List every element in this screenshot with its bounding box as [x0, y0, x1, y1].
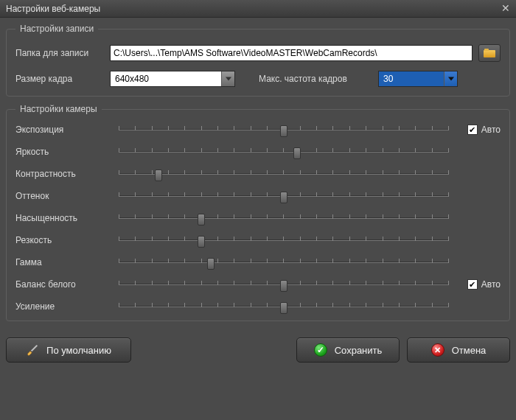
slider-row: Баланс белого✔Авто	[15, 279, 501, 290]
cancel-button[interactable]: ✕ Отмена	[407, 337, 510, 363]
auto-box: ✔Авто	[449, 279, 501, 290]
slider[interactable]	[119, 147, 449, 157]
slider-row: Яркость	[15, 147, 501, 157]
frame-size-value: 640x480	[111, 71, 221, 86]
auto-checkbox[interactable]: ✔	[467, 125, 478, 135]
slider[interactable]	[119, 257, 449, 267]
slider-label: Экспозиция	[15, 125, 119, 135]
frame-size-select[interactable]: 640x480	[110, 71, 235, 87]
chevron-down-icon	[221, 71, 234, 86]
save-button[interactable]: ✓ Сохранить	[296, 337, 400, 363]
slider-row: Экспозиция✔Авто	[15, 125, 501, 135]
browse-button[interactable]	[478, 44, 501, 62]
auto-label: Авто	[481, 279, 501, 290]
slider[interactable]	[119, 279, 449, 290]
defaults-button[interactable]: По умолчанию	[6, 337, 131, 363]
slider-label: Яркость	[15, 147, 119, 157]
slider[interactable]	[119, 235, 449, 245]
folder-label: Папка для записи	[15, 48, 110, 58]
recording-legend: Настройки записи	[15, 24, 98, 34]
slider-thumb[interactable]	[293, 147, 301, 159]
recording-settings-group: Настройки записи Папка для записи Размер…	[6, 24, 510, 97]
close-icon[interactable]: ✕	[500, 3, 512, 15]
window-title: Настройки веб-камеры	[6, 4, 100, 14]
frame-size-label: Размер кадра	[15, 74, 110, 84]
slider-label: Усиление	[15, 301, 119, 312]
slider-label: Контрастность	[15, 169, 119, 179]
slider[interactable]	[119, 125, 449, 135]
camera-settings-group: Настройки камеры Экспозиция✔АвтоЯркостьК…	[6, 104, 510, 321]
slider-label: Оттенок	[15, 191, 119, 201]
check-circle-icon: ✓	[314, 343, 327, 357]
slider-row: Контрастность	[15, 169, 501, 179]
slider-row: Усиление	[15, 301, 501, 312]
slider-thumb[interactable]	[198, 236, 205, 248]
slider-thumb[interactable]	[280, 302, 287, 314]
titlebar: Настройки веб-камеры ✕	[0, 0, 516, 18]
chevron-down-icon	[444, 71, 457, 86]
slider-row: Гамма	[15, 257, 501, 267]
slider[interactable]	[119, 191, 449, 201]
slider-label: Баланс белого	[15, 279, 119, 290]
slider-label: Насыщенность	[15, 213, 119, 223]
camera-legend: Настройки камеры	[15, 104, 102, 114]
auto-checkbox[interactable]: ✔	[467, 279, 478, 290]
slider-thumb[interactable]	[280, 280, 287, 292]
slider-thumb[interactable]	[207, 258, 215, 270]
folder-input[interactable]	[110, 45, 473, 61]
brush-icon	[26, 343, 39, 357]
auto-label: Авто	[481, 125, 501, 135]
slider-thumb[interactable]	[280, 125, 287, 137]
slider[interactable]	[119, 169, 449, 179]
slider-row: Насыщенность	[15, 213, 501, 223]
fps-value: 30	[379, 71, 444, 86]
slider[interactable]	[119, 301, 449, 312]
folder-icon	[484, 49, 495, 57]
slider[interactable]	[119, 213, 449, 223]
save-label: Сохранить	[335, 345, 383, 356]
defaults-label: По умолчанию	[46, 345, 111, 356]
x-circle-icon: ✕	[431, 343, 444, 357]
slider-thumb[interactable]	[280, 192, 287, 203]
cancel-label: Отмена	[452, 345, 487, 356]
fps-label: Макс. частота кадров	[259, 74, 378, 84]
auto-box: ✔Авто	[449, 125, 501, 135]
fps-select[interactable]: 30	[378, 71, 458, 87]
slider-row: Оттенок	[15, 191, 501, 201]
slider-label: Гамма	[15, 257, 119, 267]
slider-label: Резкость	[15, 235, 119, 245]
slider-thumb[interactable]	[198, 214, 205, 225]
slider-thumb[interactable]	[155, 169, 162, 181]
slider-row: Резкость	[15, 235, 501, 245]
